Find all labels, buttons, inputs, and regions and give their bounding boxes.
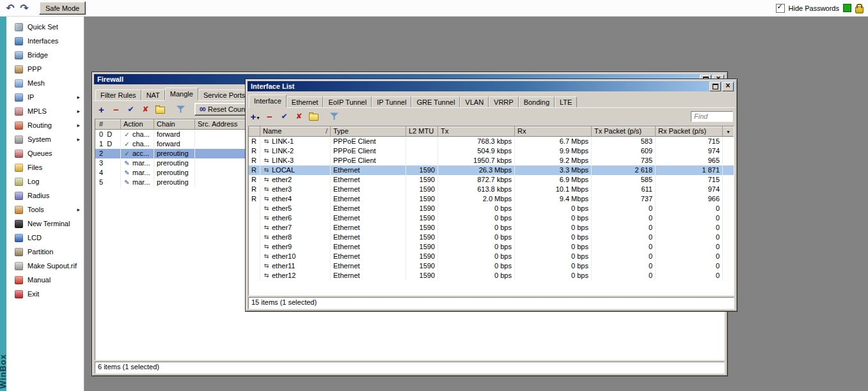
filter-button[interactable]: [174, 103, 187, 116]
interface-table-header: Name / Type L2 MTU Tx Rx Tx Packet (p/s)…: [249, 126, 734, 137]
cell-action: mar...: [121, 178, 154, 187]
undo-button[interactable]: ↶: [3, 2, 17, 15]
sidebar-item[interactable]: MPLS ▸: [6, 104, 84, 118]
sidebar-item[interactable]: Manual ▸: [6, 273, 84, 287]
sidebar-item[interactable]: Make Supout.rif ▸: [6, 259, 84, 273]
column-select-button[interactable]: ▾: [723, 126, 734, 137]
disable-button[interactable]: ✘: [292, 110, 306, 123]
interface-row[interactable]: ether12 Ethernet 1590 0 bps 0 bps 0 0: [249, 271, 734, 280]
add-button[interactable]: + ▾: [248, 110, 262, 123]
sidebar-item-label: PPP: [28, 65, 42, 73]
window-titlebar[interactable]: Interface List ×: [248, 81, 735, 91]
column-header-rx[interactable]: Rx: [515, 126, 592, 137]
interface-row[interactable]: ether10 Ethernet 1590 0 bps 0 bps 0 0: [249, 252, 734, 261]
cell-name: LOCAL: [260, 165, 331, 175]
tab[interactable]: VRRP: [489, 96, 519, 107]
column-header-tx[interactable]: Tx: [438, 126, 515, 137]
pppoe-icon: [263, 146, 270, 156]
interface-row[interactable]: ether11 Ethernet 1590 0 bps 0 bps 0 0: [249, 261, 734, 271]
remove-button[interactable]: −: [109, 103, 123, 116]
cell-l2mtu: 1590: [406, 204, 438, 213]
interface-row[interactable]: R ether4 Ethernet 1590 2.0 Mbps 9.4 Mbps…: [249, 194, 734, 204]
sidebar-item[interactable]: Routing ▸: [6, 118, 84, 132]
maximize-button[interactable]: [709, 82, 721, 91]
tab[interactable]: Ethernet: [287, 96, 324, 107]
sidebar-item-label: Radius: [28, 192, 49, 199]
interface-row[interactable]: R LINK-1 PPPoE Client 768.3 kbps 6.7 Mbp…: [249, 137, 734, 146]
cell-tx-packet: 0: [592, 271, 656, 280]
cell-tx-packet: 0: [592, 204, 656, 213]
column-header-name[interactable]: Name /: [260, 126, 331, 137]
interface-row[interactable]: R ether3 Ethernet 1590 613.8 kbps 10.1 M…: [249, 185, 734, 194]
supout-icon: [15, 262, 23, 270]
tab[interactable]: Interface: [249, 95, 287, 107]
interface-row[interactable]: ether8 Ethernet 1590 0 bps 0 bps 0 0: [249, 233, 734, 242]
cell-rx-packet: 715: [656, 175, 723, 185]
tab[interactable]: GRE Tunnel: [411, 96, 460, 107]
enable-button[interactable]: ✔: [278, 110, 291, 123]
sidebar-item[interactable]: Log ▸: [6, 174, 84, 188]
remove-button[interactable]: −: [263, 110, 276, 123]
column-header-number[interactable]: #: [95, 119, 121, 130]
column-header-rx-packet[interactable]: Rx Packet (p/s): [656, 126, 723, 137]
cell-tx-packet: 737: [592, 194, 656, 204]
tab[interactable]: EoIP Tunnel: [323, 96, 372, 107]
interface-row[interactable]: R LINK-2 PPPoE Client 504.9 kbps 9.9 Mbp…: [249, 146, 734, 156]
cell-name: LINK-3: [260, 156, 331, 165]
sidebar-item[interactable]: Partition ▸: [6, 245, 84, 259]
comment-button[interactable]: [154, 103, 167, 116]
remove-icon: −: [267, 112, 272, 121]
tab[interactable]: Service Ports: [198, 89, 250, 100]
cell-name: ether5: [260, 204, 331, 213]
sidebar-item[interactable]: Bridge ▸: [6, 48, 84, 62]
safe-mode-button[interactable]: Safe Mode: [39, 1, 86, 15]
tab[interactable]: LTE: [555, 96, 577, 107]
sidebar-item[interactable]: New Terminal ▸: [6, 217, 84, 231]
sidebar-item[interactable]: Tools ▸: [6, 203, 84, 217]
column-header-action[interactable]: Action: [121, 119, 154, 130]
column-header-l2mtu[interactable]: L2 MTU: [406, 126, 438, 137]
interface-row[interactable]: ether5 Ethernet 1590 0 bps 0 bps 0 0: [249, 204, 734, 213]
column-header-tx-packet[interactable]: Tx Packet (p/s): [592, 126, 656, 137]
sidebar-item[interactable]: IP ▸: [6, 90, 84, 104]
column-header-chain[interactable]: Chain: [154, 119, 195, 130]
find-input[interactable]: [691, 111, 733, 122]
sidebar-item[interactable]: Mesh ▸: [6, 76, 84, 90]
interface-row[interactable]: R ether2 Ethernet 1590 872.7 kbps 6.9 Mb…: [249, 175, 734, 185]
interface-row[interactable]: R LOCAL Ethernet 1590 26.3 Mbps 3.3 Mbps…: [249, 165, 734, 175]
sidebar-item[interactable]: LCD ▸: [6, 231, 84, 245]
tab[interactable]: Bonding: [519, 96, 555, 107]
column-header-flag[interactable]: [249, 126, 260, 137]
filter-button[interactable]: [327, 110, 341, 123]
sidebar-item[interactable]: Quick Set ▸: [6, 20, 84, 34]
tab[interactable]: IP Tunnel: [372, 96, 411, 107]
sidebar-item[interactable]: Queues ▸: [6, 146, 84, 160]
interface-row[interactable]: ether9 Ethernet 1590 0 bps 0 bps 0 0: [249, 242, 734, 252]
action-accept-icon: [123, 139, 130, 149]
cell-rx-packet: 1 871: [656, 165, 723, 175]
comment-button[interactable]: [307, 110, 320, 123]
disable-button[interactable]: ✘: [139, 103, 152, 116]
sidebar-item[interactable]: Exit ▸: [6, 287, 84, 301]
sidebar-item[interactable]: PPP ▸: [6, 62, 84, 76]
sidebar-item[interactable]: System ▸: [6, 132, 84, 146]
column-header-type[interactable]: Type: [331, 126, 406, 137]
interface-row[interactable]: ether7 Ethernet 1590 0 bps 0 bps 0 0: [249, 223, 734, 233]
sidebar-item[interactable]: Interfaces ▸: [6, 34, 84, 48]
interface-row[interactable]: R LINK-3 PPPoE Client 1950.7 kbps 9.2 Mb…: [249, 156, 734, 165]
interface-row[interactable]: ether6 Ethernet 1590 0 bps 0 bps 0 0: [249, 213, 734, 223]
add-button[interactable]: +: [95, 103, 108, 116]
sidebar-item[interactable]: Radius ▸: [6, 188, 84, 203]
enable-button[interactable]: ✔: [124, 103, 138, 116]
sidebar-item[interactable]: Files ▸: [6, 160, 84, 174]
tab[interactable]: VLAN: [460, 96, 489, 107]
close-button[interactable]: ×: [722, 82, 734, 91]
redo-button[interactable]: ↷: [17, 2, 31, 15]
cell-rx-packet: 0: [656, 261, 723, 271]
tab[interactable]: NAT: [141, 89, 165, 100]
cell-type: Ethernet: [331, 252, 406, 261]
tab[interactable]: Mangle: [165, 88, 198, 100]
cell-tx-packet: 0: [592, 261, 656, 271]
hide-passwords-checkbox[interactable]: [776, 4, 785, 13]
tab[interactable]: Filter Rules: [95, 89, 141, 100]
